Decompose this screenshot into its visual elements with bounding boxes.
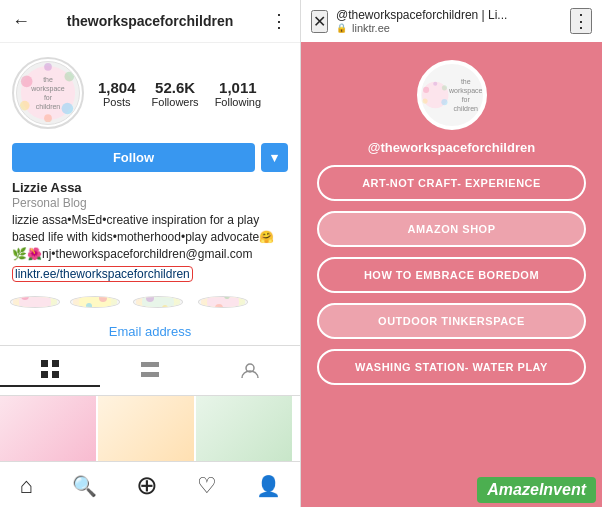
site-title: @theworkspaceforchildren | Li... bbox=[336, 8, 562, 22]
highlight-label: NYC bbox=[85, 312, 104, 314]
bio-name: Lizzie Assa bbox=[12, 180, 288, 195]
svg-point-6 bbox=[44, 114, 52, 122]
bottom-nav: ⌂ 🔍 ⊕ ♡ 👤 bbox=[0, 461, 300, 507]
tab-grid[interactable] bbox=[0, 353, 100, 387]
svg-point-32 bbox=[433, 82, 437, 86]
search-icon[interactable]: 🔍 bbox=[72, 474, 97, 498]
bio-section: Lizzie Assa Personal Blog lizzie assa•Ms… bbox=[0, 176, 300, 288]
highlights-section: SHELFIES NYC bbox=[0, 288, 300, 317]
svg-rect-25 bbox=[141, 372, 159, 377]
followers-count: 52.6K bbox=[155, 79, 195, 96]
followers-label: Followers bbox=[152, 96, 199, 108]
svg-point-17 bbox=[207, 296, 239, 307]
grid-tabs bbox=[0, 345, 300, 396]
linktree-avatar: theworkspaceforchildren bbox=[417, 60, 487, 130]
svg-rect-22 bbox=[41, 371, 48, 378]
stat-following: 1,011 Following bbox=[215, 79, 261, 108]
linktree-content: theworkspaceforchildren @theworkspacefor… bbox=[301, 42, 602, 473]
highlight-wood[interactable]: WOOD AND ... bbox=[130, 296, 185, 313]
svg-point-31 bbox=[441, 99, 447, 105]
highlight-shelfies[interactable]: SHELFIES bbox=[10, 296, 60, 313]
profile-section: theworkspaceforchildren 1,804 Posts 52.6… bbox=[0, 43, 300, 137]
email-link[interactable]: Email address bbox=[109, 324, 191, 339]
photo-cell[interactable] bbox=[196, 396, 292, 461]
svg-rect-20 bbox=[41, 360, 48, 367]
linktree-btn-3[interactable]: OUTDOOR TINKERSPACE bbox=[317, 303, 586, 339]
photos-grid bbox=[0, 396, 300, 461]
right-panel: ✕ @theworkspaceforchildren | Li... 🔒 lin… bbox=[301, 0, 602, 507]
svg-point-30 bbox=[422, 99, 427, 104]
lock-icon: 🔒 bbox=[336, 23, 347, 33]
follow-section: Follow ▾ bbox=[0, 137, 300, 176]
linktree-btn-0[interactable]: ART-NOT CRAFT- EXPERIENCE bbox=[317, 165, 586, 201]
highlight-label: WOOD AND ... bbox=[130, 312, 185, 314]
profile-icon[interactable]: 👤 bbox=[256, 474, 281, 498]
svg-point-29 bbox=[441, 85, 446, 90]
posts-label: Posts bbox=[103, 96, 131, 108]
following-label: Following bbox=[215, 96, 261, 108]
posts-count: 1,804 bbox=[98, 79, 136, 96]
browser-url-section: @theworkspaceforchildren | Li... 🔒 linkt… bbox=[336, 8, 562, 34]
bio-link[interactable]: linktr.ee/theworkspaceforchildren bbox=[12, 266, 193, 282]
svg-point-10 bbox=[24, 307, 30, 308]
profile-username: theworkspaceforchildren bbox=[67, 13, 234, 29]
linktree-btn-2[interactable]: HOW TO EMBRACE BOREDOM bbox=[317, 257, 586, 293]
following-count: 1,011 bbox=[219, 79, 257, 96]
photo-cell[interactable] bbox=[0, 396, 96, 461]
svg-point-5 bbox=[44, 63, 52, 71]
right-header: ✕ @theworkspaceforchildren | Li... 🔒 lin… bbox=[301, 0, 602, 42]
highlight-nyc[interactable]: NYC bbox=[70, 296, 120, 313]
site-url: 🔒 linktr.ee bbox=[336, 22, 562, 34]
stat-posts: 1,804 Posts bbox=[98, 79, 136, 108]
left-panel: ← theworkspaceforchildren ⋮ theworkspace… bbox=[0, 0, 301, 507]
left-header: ← theworkspaceforchildren ⋮ bbox=[0, 0, 300, 43]
add-icon[interactable]: ⊕ bbox=[136, 470, 158, 501]
amazeinvent-badge: AmazeInvent bbox=[477, 477, 596, 503]
dropdown-button[interactable]: ▾ bbox=[261, 143, 288, 172]
linktree-avatar-decoration bbox=[421, 67, 450, 123]
photo-cell[interactable] bbox=[98, 396, 194, 461]
close-button[interactable]: ✕ bbox=[311, 10, 328, 33]
svg-point-28 bbox=[423, 87, 429, 93]
linktree-btn-1[interactable]: AMAZON SHOP bbox=[317, 211, 586, 247]
highlight-art-storage[interactable]: ART STORAGE ON B bbox=[195, 296, 250, 313]
stat-followers: 52.6K Followers bbox=[152, 79, 199, 108]
home-icon[interactable]: ⌂ bbox=[19, 473, 32, 499]
linktree-btn-4[interactable]: WASHING STATION- WATER PLAY bbox=[317, 349, 586, 385]
svg-point-3 bbox=[20, 101, 30, 111]
highlight-label: SHELFIES bbox=[13, 312, 57, 314]
back-button[interactable]: ← bbox=[12, 11, 30, 32]
email-section: Email address bbox=[0, 318, 300, 345]
heart-icon[interactable]: ♡ bbox=[197, 473, 217, 499]
svg-rect-21 bbox=[52, 360, 59, 367]
browser-menu-button[interactable]: ⋮ bbox=[570, 8, 592, 34]
svg-point-2 bbox=[64, 72, 74, 82]
highlight-label: ART STORAGE ON B bbox=[195, 312, 250, 314]
svg-rect-24 bbox=[141, 362, 159, 367]
tab-list[interactable] bbox=[100, 353, 200, 387]
avatar: theworkspaceforchildren bbox=[12, 57, 84, 129]
svg-rect-23 bbox=[52, 371, 59, 378]
header-menu-button[interactable]: ⋮ bbox=[270, 10, 288, 32]
linktree-username: @theworkspaceforchildren bbox=[368, 140, 535, 155]
tab-tagged[interactable] bbox=[200, 353, 300, 387]
bio-category: Personal Blog bbox=[12, 196, 288, 210]
follow-button[interactable]: Follow bbox=[12, 143, 255, 172]
stats-row: 1,804 Posts 52.6K Followers 1,011 Follow… bbox=[98, 79, 261, 108]
amazeinvent-section: AmazeInvent bbox=[301, 473, 602, 507]
bio-text: lizzie assa•MsEd•creative inspiration fo… bbox=[12, 212, 288, 262]
